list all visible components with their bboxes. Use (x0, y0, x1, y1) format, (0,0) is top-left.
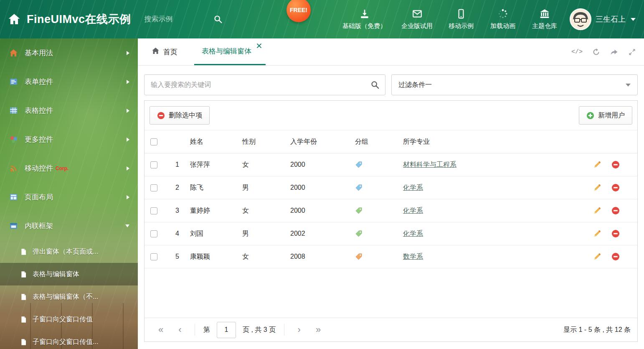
nav-item-loading-animation[interactable]: 加载动画 (489, 8, 516, 30)
edit-icon[interactable] (593, 252, 601, 261)
phone-icon (456, 8, 467, 19)
edit-icon[interactable] (593, 229, 601, 238)
search-icon[interactable] (213, 15, 223, 24)
major-link[interactable]: 材料科学与工程系 (403, 160, 456, 169)
sidebar-item-table-controls[interactable]: 表格控件 (0, 96, 138, 125)
column-header-name[interactable]: 姓名 (185, 138, 238, 146)
chevron-down-icon (631, 18, 636, 21)
tab-content: 过滤条件一 删除选中项 新增用户 姓名 性别 入学年份 (138, 66, 644, 349)
file-icon (20, 248, 27, 255)
sidebar-subitem-label: 子窗口向父窗口传值... (33, 338, 98, 346)
major-link[interactable]: 化学系 (403, 229, 423, 238)
edit-icon[interactable] (593, 206, 601, 215)
envelope-icon (412, 8, 423, 19)
column-header-group[interactable]: 分组 (350, 138, 398, 146)
row-number: 5 (170, 253, 185, 260)
code-icon[interactable]: </> (571, 48, 583, 56)
tab-active-label: 表格与编辑窗体 (202, 46, 251, 56)
filter-dropdown-value: 过滤条件一 (398, 81, 432, 89)
filter-dropdown[interactable]: 过滤条件一 (391, 74, 638, 95)
table-row: 5 康颖颖 女 2008 数学系 (145, 245, 637, 268)
sidebar-subitem[interactable]: 子窗口向父窗口传值... (0, 331, 138, 349)
tab-grid-edit-window[interactable]: 表格与编辑窗体 (194, 38, 266, 65)
delete-row-icon[interactable] (611, 160, 620, 169)
row-checkbox[interactable] (150, 161, 157, 168)
keyword-search-input[interactable] (145, 75, 385, 95)
refresh-icon[interactable] (592, 48, 601, 56)
expand-icon[interactable] (628, 48, 636, 56)
column-header-year[interactable]: 入学年份 (286, 138, 350, 146)
select-all-checkbox[interactable] (150, 138, 157, 145)
delete-selected-button[interactable]: 删除选中项 (150, 106, 210, 125)
column-header-major[interactable]: 所学专业 (398, 138, 587, 146)
sidebar-item-form-controls[interactable]: 表单控件 (0, 67, 138, 96)
chevron-down-icon (626, 84, 631, 87)
app-header: FineUIMvc在线示例 FREE! 基础版（免费） 企业版试用 移动示例 (0, 0, 644, 38)
sidebar-subitem[interactable]: 表格与编辑窗体（不... (0, 285, 138, 308)
cell-gender: 女 (238, 206, 286, 215)
delete-row-icon[interactable] (611, 229, 620, 238)
chevron-right-icon (127, 51, 129, 55)
brand[interactable]: FineUIMvc在线示例 (0, 12, 131, 27)
sidebar-subitem[interactable]: 弹出窗体（本页面或... (0, 240, 138, 263)
row-checkbox[interactable] (150, 230, 157, 237)
cell-name: 董婷婷 (185, 206, 238, 215)
add-user-button[interactable]: 新增用户 (579, 106, 632, 125)
tab-home[interactable]: 首页 (144, 38, 185, 65)
edit-icon[interactable] (593, 160, 601, 169)
close-icon[interactable] (257, 43, 261, 48)
sidebar-item-page-layout[interactable]: 页面布局 (0, 183, 138, 211)
header-search-input[interactable] (145, 15, 213, 23)
row-checkbox[interactable] (150, 184, 157, 191)
sidebar-subitem[interactable]: 子窗口向父窗口传值 (0, 308, 138, 331)
search-icon[interactable] (370, 80, 380, 89)
mobile-icon (9, 164, 18, 173)
layout-icon (9, 193, 18, 201)
tab-bar: 首页 表格与编辑窗体 </> (138, 38, 644, 66)
cell-year: 2000 (286, 161, 350, 168)
major-link[interactable]: 化学系 (403, 183, 423, 192)
table-row: 1 张萍萍 女 2000 材料科学与工程系 (145, 153, 637, 176)
free-badge[interactable]: FREE! (287, 0, 311, 22)
nav-item-mobile-demo[interactable]: 移动示例 (448, 8, 474, 30)
divider (195, 324, 195, 336)
sidebar-item-mobile-controls[interactable]: 移动控件 Corp. (0, 154, 138, 183)
nav-item-enterprise-trial[interactable]: 企业版试用 (401, 8, 433, 30)
cell-name: 康颖颖 (185, 252, 238, 261)
row-checkbox[interactable] (150, 253, 157, 260)
delete-row-icon[interactable] (611, 206, 620, 215)
user-menu[interactable]: 三生石上 (570, 8, 644, 30)
file-icon (20, 293, 27, 301)
tab-home-label: 首页 (163, 47, 177, 57)
sidebar-item-iframe[interactable]: 内联框架 (0, 211, 138, 240)
corp-badge: Corp. (56, 166, 68, 171)
row-number: 1 (170, 161, 185, 168)
nav-item-theme-store[interactable]: 主题仓库 (531, 8, 558, 30)
prev-page-icon[interactable]: ‹ (170, 324, 190, 335)
table-row: 4 刘国 男 2002 化学系 (145, 222, 637, 245)
grid-panel: 删除选中项 新增用户 姓名 性别 入学年份 分组 所学专业 (144, 100, 638, 342)
page-prefix: 第 (203, 326, 210, 334)
bank-icon (539, 8, 550, 19)
nav-item-basic-version[interactable]: 基础版（免费） (342, 8, 386, 30)
last-page-icon[interactable]: » (309, 324, 328, 335)
page-number-input[interactable] (217, 322, 236, 338)
column-header-gender[interactable]: 性别 (238, 138, 286, 146)
page-suffix: 页 , 共 3 页 (243, 326, 276, 334)
major-link[interactable]: 数学系 (403, 252, 423, 261)
spinner-icon (497, 8, 508, 19)
edit-icon[interactable] (593, 183, 601, 192)
delete-row-icon[interactable] (611, 252, 620, 261)
form-icon (9, 77, 18, 86)
tag-icon (355, 230, 363, 237)
sidebar-subitem[interactable]: 表格与编辑窗体 (0, 263, 138, 285)
delete-row-icon[interactable] (611, 183, 620, 192)
row-checkbox[interactable] (150, 207, 157, 214)
major-link[interactable]: 化学系 (403, 206, 423, 215)
first-page-icon[interactable]: « (151, 324, 170, 335)
next-page-icon[interactable]: › (289, 324, 309, 335)
forward-icon[interactable] (610, 48, 619, 56)
sidebar-item-more-controls[interactable]: 更多控件 (0, 125, 138, 154)
table-icon (9, 106, 18, 115)
sidebar-item-basic-usage[interactable]: 基本用法 (0, 38, 138, 67)
